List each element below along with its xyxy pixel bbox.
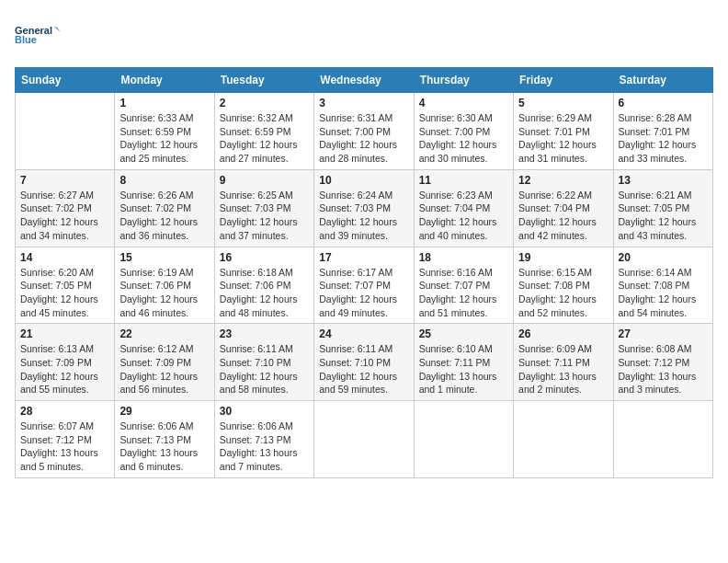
day-info: Sunrise: 6:21 AMSunset: 7:05 PMDaylight:… [619, 189, 708, 243]
day-number: 26 [518, 327, 608, 340]
day-info: Sunrise: 6:11 AMSunset: 7:10 PMDaylight:… [319, 342, 408, 396]
day-number: 23 [220, 327, 309, 340]
day-number: 20 [619, 251, 708, 264]
calendar-cell: 30Sunrise: 6:06 AMSunset: 7:13 PMDayligh… [214, 401, 313, 478]
calendar-cell: 29Sunrise: 6:06 AMSunset: 7:13 PMDayligh… [115, 401, 214, 478]
weekday-header-monday: Monday [115, 68, 214, 93]
day-number: 6 [619, 97, 708, 109]
day-info: Sunrise: 6:16 AMSunset: 7:07 PMDaylight:… [419, 266, 508, 320]
calendar-cell: 19Sunrise: 6:15 AMSunset: 7:08 PMDayligh… [514, 247, 613, 324]
day-number: 29 [119, 405, 209, 418]
calendar-cell: 24Sunrise: 6:11 AMSunset: 7:10 PMDayligh… [314, 324, 414, 401]
weekday-header-tuesday: Tuesday [214, 68, 313, 93]
day-number: 27 [619, 327, 708, 340]
svg-marker-2 [54, 27, 62, 33]
day-number: 15 [119, 251, 209, 264]
day-number: 5 [518, 97, 608, 109]
day-number: 1 [119, 97, 209, 109]
weekday-header-saturday: Saturday [613, 68, 712, 93]
calendar-cell: 4Sunrise: 6:30 AMSunset: 7:00 PMDaylight… [414, 93, 513, 170]
day-info: Sunrise: 6:15 AMSunset: 7:08 PMDaylight:… [518, 266, 608, 320]
weekday-header-sunday: Sunday [16, 68, 115, 93]
day-number: 19 [518, 251, 608, 264]
calendar-cell: 2Sunrise: 6:32 AMSunset: 6:59 PMDaylight… [214, 93, 313, 170]
day-info: Sunrise: 6:31 AMSunset: 7:00 PMDaylight:… [319, 111, 408, 166]
weekday-header-friday: Friday [514, 68, 613, 93]
calendar-cell: 16Sunrise: 6:18 AMSunset: 7:06 PMDayligh… [214, 247, 313, 324]
calendar-cell: 12Sunrise: 6:22 AMSunset: 7:04 PMDayligh… [514, 169, 613, 247]
day-number: 22 [119, 327, 209, 340]
day-info: Sunrise: 6:11 AMSunset: 7:10 PMDaylight:… [220, 342, 309, 396]
calendar-cell: 9Sunrise: 6:25 AMSunset: 7:03 PMDaylight… [214, 169, 313, 247]
calendar-cell: 21Sunrise: 6:13 AMSunset: 7:09 PMDayligh… [16, 324, 115, 401]
calendar-table: SundayMondayTuesdayWednesdayThursdayFrid… [15, 67, 713, 478]
day-number: 17 [319, 251, 408, 264]
day-number: 16 [220, 251, 309, 264]
calendar-cell: 11Sunrise: 6:23 AMSunset: 7:04 PMDayligh… [414, 169, 513, 247]
day-info: Sunrise: 6:17 AMSunset: 7:07 PMDaylight:… [319, 266, 408, 320]
svg-text:Blue: Blue [15, 34, 37, 45]
logo-svg: General Blue [15, 15, 61, 56]
day-info: Sunrise: 6:24 AMSunset: 7:03 PMDaylight:… [319, 189, 408, 243]
day-info: Sunrise: 6:13 AMSunset: 7:09 PMDaylight:… [20, 342, 109, 396]
day-info: Sunrise: 6:06 AMSunset: 7:13 PMDaylight:… [220, 419, 309, 474]
day-info: Sunrise: 6:12 AMSunset: 7:09 PMDaylight:… [119, 342, 209, 396]
day-number: 9 [220, 174, 309, 187]
day-info: Sunrise: 6:09 AMSunset: 7:11 PMDaylight:… [518, 342, 608, 396]
calendar-cell: 6Sunrise: 6:28 AMSunset: 7:01 PMDaylight… [613, 93, 712, 170]
day-info: Sunrise: 6:29 AMSunset: 7:01 PMDaylight:… [518, 111, 608, 166]
calendar-cell: 7Sunrise: 6:27 AMSunset: 7:02 PMDaylight… [16, 169, 115, 247]
day-info: Sunrise: 6:27 AMSunset: 7:02 PMDaylight:… [20, 189, 109, 243]
calendar-cell: 3Sunrise: 6:31 AMSunset: 7:00 PMDaylight… [314, 93, 414, 170]
day-info: Sunrise: 6:18 AMSunset: 7:06 PMDaylight:… [220, 266, 309, 320]
header: General Blue [15, 15, 713, 56]
day-number: 24 [319, 327, 408, 340]
day-info: Sunrise: 6:08 AMSunset: 7:12 PMDaylight:… [619, 342, 708, 396]
weekday-header-wednesday: Wednesday [314, 68, 414, 93]
day-info: Sunrise: 6:26 AMSunset: 7:02 PMDaylight:… [119, 189, 209, 243]
day-number: 8 [119, 174, 209, 187]
day-info: Sunrise: 6:07 AMSunset: 7:12 PMDaylight:… [20, 419, 109, 474]
calendar-cell: 22Sunrise: 6:12 AMSunset: 7:09 PMDayligh… [115, 324, 214, 401]
calendar-cell: 8Sunrise: 6:26 AMSunset: 7:02 PMDaylight… [115, 169, 214, 247]
calendar-cell: 10Sunrise: 6:24 AMSunset: 7:03 PMDayligh… [314, 169, 414, 247]
weekday-header-thursday: Thursday [414, 68, 513, 93]
day-number: 3 [319, 97, 408, 109]
day-info: Sunrise: 6:25 AMSunset: 7:03 PMDaylight:… [220, 189, 309, 243]
day-number: 30 [220, 405, 309, 418]
day-number: 4 [419, 97, 508, 109]
calendar-cell [414, 401, 513, 478]
day-number: 18 [419, 251, 508, 264]
day-info: Sunrise: 6:22 AMSunset: 7:04 PMDaylight:… [518, 189, 608, 243]
logo: General Blue [15, 15, 61, 56]
calendar-cell: 25Sunrise: 6:10 AMSunset: 7:11 PMDayligh… [414, 324, 513, 401]
day-number: 28 [20, 405, 109, 418]
calendar-cell: 23Sunrise: 6:11 AMSunset: 7:10 PMDayligh… [214, 324, 313, 401]
calendar-cell [514, 401, 613, 478]
day-number: 2 [220, 97, 309, 109]
calendar-cell: 27Sunrise: 6:08 AMSunset: 7:12 PMDayligh… [613, 324, 712, 401]
day-info: Sunrise: 6:20 AMSunset: 7:05 PMDaylight:… [20, 266, 109, 320]
day-number: 13 [619, 174, 708, 187]
calendar-cell [314, 401, 414, 478]
day-info: Sunrise: 6:14 AMSunset: 7:08 PMDaylight:… [619, 266, 708, 320]
day-number: 12 [518, 174, 608, 187]
day-info: Sunrise: 6:30 AMSunset: 7:00 PMDaylight:… [419, 111, 508, 166]
day-info: Sunrise: 6:32 AMSunset: 6:59 PMDaylight:… [220, 111, 309, 166]
day-info: Sunrise: 6:28 AMSunset: 7:01 PMDaylight:… [619, 111, 708, 166]
calendar-cell: 17Sunrise: 6:17 AMSunset: 7:07 PMDayligh… [314, 247, 414, 324]
calendar-cell: 18Sunrise: 6:16 AMSunset: 7:07 PMDayligh… [414, 247, 513, 324]
calendar-cell: 15Sunrise: 6:19 AMSunset: 7:06 PMDayligh… [115, 247, 214, 324]
day-info: Sunrise: 6:23 AMSunset: 7:04 PMDaylight:… [419, 189, 508, 243]
calendar-cell [16, 93, 115, 170]
day-number: 11 [419, 174, 508, 187]
calendar-cell: 26Sunrise: 6:09 AMSunset: 7:11 PMDayligh… [514, 324, 613, 401]
day-info: Sunrise: 6:10 AMSunset: 7:11 PMDaylight:… [419, 342, 508, 396]
calendar-cell: 28Sunrise: 6:07 AMSunset: 7:12 PMDayligh… [16, 401, 115, 478]
calendar-cell: 13Sunrise: 6:21 AMSunset: 7:05 PMDayligh… [613, 169, 712, 247]
day-info: Sunrise: 6:33 AMSunset: 6:59 PMDaylight:… [119, 111, 209, 166]
calendar-cell: 5Sunrise: 6:29 AMSunset: 7:01 PMDaylight… [514, 93, 613, 170]
day-info: Sunrise: 6:06 AMSunset: 7:13 PMDaylight:… [119, 419, 209, 474]
day-info: Sunrise: 6:19 AMSunset: 7:06 PMDaylight:… [119, 266, 209, 320]
calendar-cell: 14Sunrise: 6:20 AMSunset: 7:05 PMDayligh… [16, 247, 115, 324]
